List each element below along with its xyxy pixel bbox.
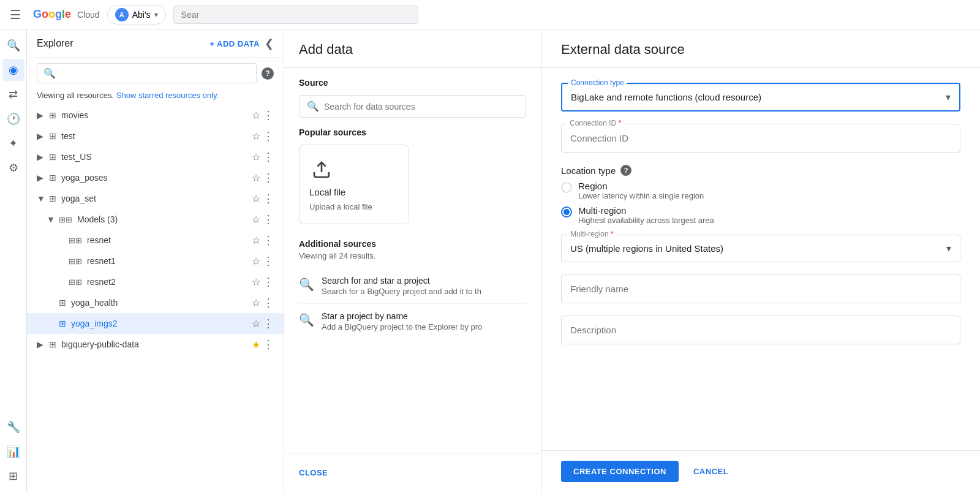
show-starred-link[interactable]: Show starred resources only.: [116, 91, 219, 100]
explorer-actions: + ADD DATA ❮: [209, 37, 274, 50]
tree-item-bigquery-public[interactable]: ▶ ⊞ bigquery-public-data ★ ⋮: [27, 334, 284, 355]
collapse-button[interactable]: ❮: [265, 37, 274, 50]
topbar: ☰ Google Cloud A Abi's ▾: [0, 0, 980, 29]
tree-item-yoga-poses[interactable]: ▶ ⊞ yoga_poses ☆ ⋮: [27, 167, 284, 188]
sidebar-icon-search[interactable]: 🔍: [2, 34, 24, 56]
more-icon[interactable]: ⋮: [263, 129, 274, 143]
connection-type-arrow: ▾: [946, 91, 951, 103]
explorer-tree: ▶ ⊞ movies ☆ ⋮ ▶ ⊞ test ☆ ⋮ ▶ ⊞ test_US …: [27, 105, 284, 492]
account-name: Abi's: [132, 10, 151, 20]
table-icon: ⊞⊞: [69, 278, 82, 287]
more-icon[interactable]: ⋮: [263, 233, 274, 247]
external-title: External data source: [561, 42, 960, 58]
sidebar-icon-bigquery[interactable]: ◉: [2, 59, 24, 81]
more-icon[interactable]: ⋮: [263, 296, 274, 309]
star-icon[interactable]: ☆: [252, 151, 260, 163]
more-icon[interactable]: ⋮: [263, 171, 274, 184]
chevron-icon: ▶: [37, 131, 47, 141]
item-name: movies: [61, 110, 249, 120]
account-chip[interactable]: A Abi's ▾: [107, 5, 166, 25]
sidebar-icon-tools[interactable]: 🔧: [2, 416, 24, 438]
search-project-title: Search for and star a project: [322, 276, 481, 286]
sidebar-icon-chart[interactable]: 📊: [2, 441, 24, 463]
connection-type-select[interactable]: BigLake and remote functions (cloud reso…: [562, 84, 959, 110]
star-icon[interactable]: ☆: [252, 172, 260, 184]
chevron-down-icon: ▾: [154, 10, 158, 19]
source-search-wrap: 🔍: [299, 95, 526, 118]
search-project-icon: 🔍: [299, 277, 314, 292]
more-icon[interactable]: ⋮: [263, 150, 274, 164]
more-icon[interactable]: ⋮: [263, 275, 274, 289]
star-icon[interactable]: ☆: [252, 214, 260, 225]
external-footer: CREATE CONNECTION CANCEL: [541, 450, 980, 492]
multiregion-radio-text: Multi-region Highest availability across…: [578, 205, 714, 225]
star-icon[interactable]: ☆: [252, 276, 260, 288]
chevron-icon: ▶: [37, 110, 47, 120]
chevron-icon: ▼: [37, 194, 47, 203]
multiregion-arrow: ▾: [946, 243, 951, 254]
local-file-desc: Upload a local file: [309, 202, 372, 211]
star-icon[interactable]: ☆: [252, 193, 260, 205]
sidebar-icon-settings[interactable]: ⚙: [2, 157, 24, 179]
region-radio[interactable]: Region Lower latency within a single reg…: [561, 181, 960, 200]
star-icon[interactable]: ☆: [252, 110, 260, 121]
add-data-dialog: Add data Source 🔍 Popular sources: [284, 29, 541, 492]
more-icon[interactable]: ⋮: [263, 317, 274, 330]
local-file-card[interactable]: Local file Upload a local file: [299, 145, 409, 224]
tree-item-yoga-health[interactable]: ▶ ⊞ yoga_health ☆ ⋮: [27, 292, 284, 313]
cancel-button[interactable]: CANCEL: [686, 461, 736, 482]
region-radio-text: Region Lower latency within a single reg…: [578, 181, 704, 200]
tree-item-yoga-set[interactable]: ▼ ⊞ yoga_set ☆ ⋮: [27, 188, 284, 209]
more-icon[interactable]: ⋮: [263, 338, 274, 351]
star-icon[interactable]: ☆: [252, 318, 260, 330]
search-input[interactable]: [173, 6, 418, 24]
tree-item-resnet2[interactable]: ▶ ⊞⊞ resnet2 ☆ ⋮: [27, 271, 284, 292]
more-icon[interactable]: ⋮: [263, 213, 274, 226]
create-connection-button[interactable]: CREATE CONNECTION: [561, 461, 679, 482]
help-icon[interactable]: ?: [262, 67, 274, 80]
tree-item-test[interactable]: ▶ ⊞ test ☆ ⋮: [27, 126, 284, 146]
tree-item-resnet[interactable]: ▶ ⊞⊞ resnet ☆ ⋮: [27, 230, 284, 251]
table-icon: ⊞: [49, 110, 56, 120]
more-icon[interactable]: ⋮: [263, 108, 274, 122]
search-project-desc: Search for a BigQuery project and add it…: [322, 287, 481, 296]
popular-grid: Local file Upload a local file: [299, 145, 526, 224]
sidebar-icon-scheduled[interactable]: 🕐: [2, 108, 24, 130]
more-icon[interactable]: ⋮: [263, 192, 274, 205]
popular-label: Popular sources: [299, 127, 526, 137]
star-icon[interactable]: ☆: [252, 297, 260, 309]
connection-id-input[interactable]: [561, 124, 960, 153]
menu-icon[interactable]: ☰: [10, 7, 21, 22]
tree-item-resnet1[interactable]: ▶ ⊞⊞ resnet1 ☆ ⋮: [27, 251, 284, 271]
dialog-footer: CLOSE: [284, 453, 541, 492]
tree-item-movies[interactable]: ▶ ⊞ movies ☆ ⋮: [27, 105, 284, 126]
star-icon[interactable]: ☆: [252, 255, 260, 267]
tree-item-yoga-imgs2[interactable]: ▶ ⊞ yoga_imgs2 ☆ ⋮: [27, 313, 284, 334]
star-icon[interactable]: ☆: [252, 235, 260, 246]
main-content: 🔍 ◉ ⇄ 🕐 ✦ ⚙ 🔧 📊 ⊞ Explorer + ADD DATA ❮ …: [0, 29, 980, 492]
description-input[interactable]: [561, 316, 960, 344]
multiregion-select[interactable]: US (multiple regions in United States) ▾: [562, 235, 960, 262]
external-body: Connection type BigLake and remote funct…: [541, 68, 980, 450]
multiregion-radio[interactable]: Multi-region Highest availability across…: [561, 205, 960, 225]
more-icon[interactable]: ⋮: [263, 254, 274, 268]
explorer-search-input[interactable]: [61, 69, 250, 78]
sidebar-icon-star[interactable]: ✦: [2, 132, 24, 154]
sidebar-icon-grid[interactable]: ⊞: [2, 465, 24, 487]
table-icon: ⊞: [59, 298, 66, 308]
source-section-label: Source: [299, 78, 526, 88]
source-search-input[interactable]: [324, 102, 518, 112]
tree-item-models[interactable]: ▼ ⊞⊞ Models (3) ☆ ⋮: [27, 209, 284, 230]
close-button[interactable]: CLOSE: [299, 463, 328, 482]
additional-item-star-project[interactable]: 🔍 Star a project by name Add a BigQuery …: [299, 303, 526, 339]
item-name: resnet: [87, 235, 249, 245]
friendly-name-input[interactable]: [561, 274, 960, 303]
additional-item-search-project[interactable]: 🔍 Search for and star a project Search f…: [299, 268, 526, 303]
star-icon[interactable]: ☆: [252, 131, 260, 142]
sidebar-icon-transfers[interactable]: ⇄: [2, 83, 24, 105]
star-icon[interactable]: ★: [252, 339, 260, 350]
location-type-help[interactable]: ?: [620, 165, 631, 176]
friendly-name-wrapper: [561, 274, 960, 303]
add-data-button[interactable]: + ADD DATA: [209, 39, 260, 48]
tree-item-test-us[interactable]: ▶ ⊞ test_US ☆ ⋮: [27, 146, 284, 167]
